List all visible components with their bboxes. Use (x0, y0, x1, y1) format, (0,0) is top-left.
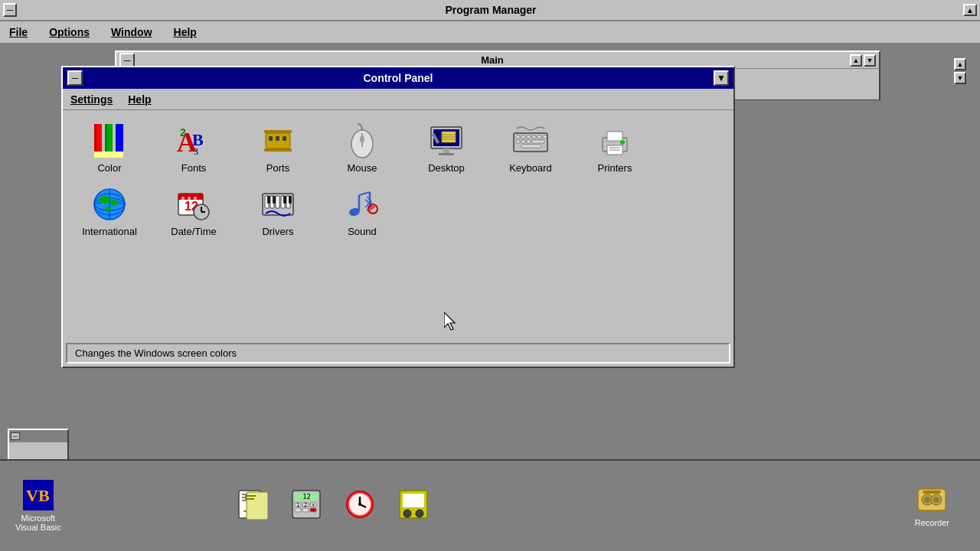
desktop-label: Desktop (428, 162, 465, 174)
control-panel-statusbar: Changes the Windows screen colors (66, 343, 730, 364)
cp-icon-color[interactable]: Color (75, 122, 144, 174)
statusbar-text: Changes the Windows screen colors (75, 347, 237, 359)
svg-text:VB: VB (26, 486, 50, 505)
ports-icon (260, 122, 296, 159)
main-window-title: Main (135, 54, 850, 66)
bottom-icon-recorder[interactable]: Recorder (915, 484, 949, 527)
svg-rect-38 (527, 140, 531, 143)
control-panel-titlebar: ─ Control Panel ▼ (63, 67, 733, 89)
svg-rect-95 (295, 508, 301, 512)
svg-line-75 (359, 192, 370, 195)
control-panel-window: ─ Control Panel ▼ Settings Help (61, 66, 735, 368)
svg-point-19 (360, 135, 364, 143)
svg-rect-97 (310, 508, 316, 512)
control-panel-content: Color A B 2 3 (63, 110, 733, 340)
ports-label: Ports (266, 162, 289, 174)
cp-menu-help[interactable]: Help (128, 93, 151, 106)
small-window-sys-btn[interactable]: ─ (11, 432, 20, 440)
bottom-icon-4[interactable] (345, 489, 375, 523)
svg-point-108 (403, 510, 411, 517)
bottom-icon-visual-basic[interactable]: VB MicrosoftVisual Basic (15, 480, 61, 532)
datetime-icon: 12 (175, 186, 212, 223)
svg-rect-31 (521, 135, 525, 139)
main-window-scroll-up[interactable]: ▲ (850, 54, 862, 67)
cp-icon-ports[interactable]: Ports (243, 122, 312, 174)
control-panel-close-button[interactable]: ▼ (714, 70, 729, 86)
datetime-label: Date/Time (171, 226, 216, 237)
color-icon (91, 122, 128, 159)
svg-text:12: 12 (302, 493, 311, 500)
svg-text:2: 2 (304, 502, 307, 508)
menu-window[interactable]: Window (108, 24, 155, 40)
control-panel-sys-button[interactable]: ─ (67, 70, 83, 86)
cp-icon-keyboard[interactable]: Keyboard (496, 122, 565, 174)
recorder-label: Recorder (915, 518, 949, 527)
program-manager-maximize-button[interactable]: ▲ (963, 4, 977, 16)
sound-label: Sound (348, 226, 377, 237)
svg-rect-59 (194, 197, 197, 200)
bottom-icons-area: VB MicrosoftVisual Basic (0, 459, 980, 551)
scrollbar-controls: ▲ ▼ (954, 58, 966, 84)
cp-icon-international[interactable]: International (75, 186, 144, 237)
svg-rect-30 (516, 135, 520, 139)
mouse-icon (344, 122, 381, 159)
svg-rect-39 (532, 140, 544, 143)
cp-icon-printers[interactable]: Printers (580, 122, 649, 174)
control-panel-title: Control Panel (83, 72, 714, 84)
menu-options[interactable]: Options (46, 24, 93, 40)
svg-rect-96 (302, 508, 309, 512)
svg-point-51 (100, 196, 110, 204)
drivers-label: Drivers (262, 226, 293, 237)
svg-point-105 (358, 503, 361, 506)
svg-rect-107 (403, 494, 424, 507)
svg-rect-6 (94, 152, 123, 158)
bottom-icon-3-img: 12 1 2 + (291, 489, 322, 520)
svg-rect-57 (181, 197, 185, 200)
svg-rect-5 (116, 124, 118, 153)
menu-file[interactable]: File (6, 24, 31, 40)
main-window-scroll-down[interactable]: ▼ (864, 54, 876, 67)
desktop-icon (428, 122, 465, 159)
svg-text:2: 2 (180, 126, 186, 139)
printers-icon (596, 122, 633, 159)
cp-icon-datetime[interactable]: 12 Date/Time (159, 186, 228, 237)
small-window-titlebar: ─ (9, 430, 67, 442)
desktop-area: ─ Main ▲ ▼ ─ Control Panel ▼ Settings He… (0, 44, 980, 551)
svg-text:3: 3 (194, 146, 198, 157)
color-label: Color (97, 162, 121, 174)
bottom-icon-4-img (345, 489, 375, 520)
keyboard-label: Keyboard (509, 162, 552, 174)
bottom-icon-3[interactable]: 12 1 2 + (291, 489, 322, 523)
program-manager-titlebar: ─ Program Manager ▲ (0, 0, 980, 21)
svg-rect-87 (245, 495, 256, 497)
bottom-icon-2[interactable] (237, 489, 268, 523)
svg-rect-32 (527, 135, 531, 139)
svg-rect-28 (439, 153, 454, 155)
cp-icon-mouse[interactable]: Mouse (328, 122, 397, 174)
svg-text:1: 1 (296, 502, 299, 508)
program-manager-sys-button[interactable]: ─ (3, 3, 17, 17)
cp-icon-drivers[interactable]: Drivers (243, 186, 312, 237)
svg-point-112 (924, 497, 930, 503)
svg-point-52 (110, 200, 118, 206)
bottom-icon-5[interactable] (398, 489, 429, 523)
scroll-up-button[interactable]: ▲ (954, 58, 966, 70)
menu-help[interactable]: Help (171, 24, 200, 40)
cp-icon-sound[interactable]: Sound (328, 186, 397, 237)
svg-rect-69 (267, 196, 270, 204)
fonts-icon: A B 2 3 (175, 122, 212, 159)
svg-rect-70 (273, 196, 276, 204)
svg-point-109 (416, 510, 423, 517)
scroll-down-button[interactable]: ▼ (954, 72, 966, 84)
international-label: International (82, 226, 137, 237)
program-manager-title: Program Manager (18, 4, 963, 16)
svg-rect-12 (269, 136, 273, 141)
svg-point-46 (620, 140, 625, 145)
cp-icon-fonts[interactable]: A B 2 3 Fonts (159, 122, 228, 174)
bottom-icon-5-img (398, 489, 429, 520)
recorder-icon-img (916, 484, 947, 515)
svg-rect-40 (521, 145, 541, 148)
cp-icon-desktop[interactable]: Desktop (412, 122, 481, 174)
control-panel-icons-row-2: International 12 (75, 186, 721, 237)
cp-menu-settings[interactable]: Settings (70, 93, 113, 106)
